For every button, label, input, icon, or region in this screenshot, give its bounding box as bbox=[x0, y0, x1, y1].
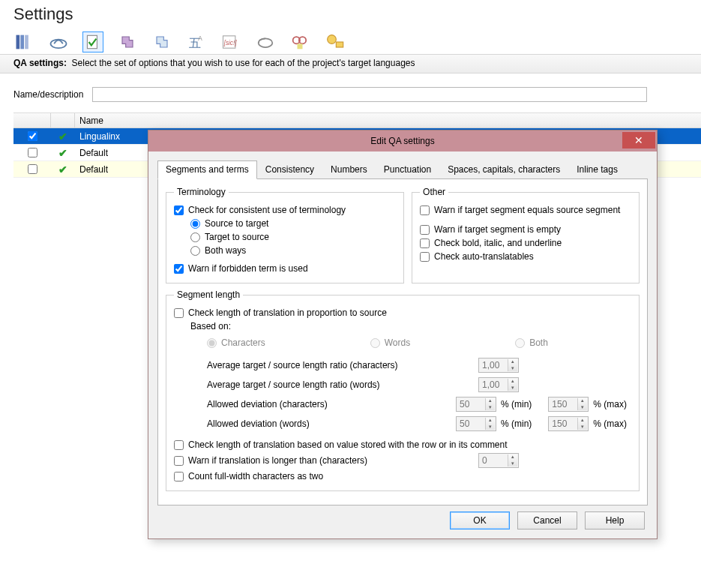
name-input[interactable] bbox=[92, 87, 647, 102]
svg-rect-12 bbox=[298, 44, 303, 49]
edit-qa-dialog: Edit QA settings ✕ Segments and termsCon… bbox=[148, 130, 658, 178]
svg-point-13 bbox=[328, 35, 337, 44]
grid-col-name[interactable]: Name bbox=[75, 113, 701, 128]
toolbar-plugin1-icon[interactable] bbox=[117, 32, 138, 52]
page-title: Settings bbox=[0, 0, 701, 27]
svg-rect-0 bbox=[16, 35, 20, 50]
checkmark-icon: ✔ bbox=[58, 164, 67, 176]
svg-rect-2 bbox=[25, 35, 28, 50]
dialog-title: Edit QA settings bbox=[148, 136, 657, 146]
tab-inline-tags[interactable]: Inline tags bbox=[568, 160, 626, 178]
toolbar-plugin2-icon[interactable] bbox=[151, 32, 172, 52]
checkmark-icon: ✔ bbox=[58, 130, 67, 142]
close-icon[interactable]: ✕ bbox=[622, 132, 655, 148]
tab-numbers[interactable]: Numbers bbox=[322, 160, 376, 178]
toolbar-nontrans-icon[interactable] bbox=[324, 32, 345, 52]
row-checkbox[interactable] bbox=[28, 131, 37, 141]
qa-label: QA settings: bbox=[13, 58, 67, 68]
toolbar-qa-icon[interactable] bbox=[82, 32, 103, 52]
tab-punctuation[interactable]: Punctuation bbox=[376, 160, 439, 178]
row-checkbox[interactable] bbox=[28, 148, 37, 158]
row-checkbox[interactable] bbox=[28, 164, 37, 174]
toolbar-regex-icon[interactable] bbox=[289, 32, 310, 52]
tab-spaces-capitals-characters[interactable]: Spaces, capitals, characters bbox=[439, 160, 568, 178]
checkmark-icon: ✔ bbox=[58, 147, 67, 159]
name-label: Name/description bbox=[13, 89, 83, 100]
tabstrip: Segments and termsConsistencyNumbersPunc… bbox=[157, 160, 648, 178]
tab-segments-and-terms[interactable]: Segments and terms bbox=[157, 160, 257, 178]
tab-consistency[interactable]: Consistency bbox=[257, 160, 322, 178]
toolbar-tm-icon[interactable] bbox=[13, 32, 34, 52]
qa-description-bar: QA settings: Select the set of options t… bbox=[0, 54, 701, 74]
svg-rect-4 bbox=[87, 35, 97, 48]
svg-rect-1 bbox=[20, 35, 24, 50]
toolbar-autotrans-icon[interactable] bbox=[255, 32, 276, 52]
dialog-titlebar[interactable]: Edit QA settings ✕ bbox=[148, 130, 657, 152]
toolbar-sic-icon[interactable]: [sic!] bbox=[220, 32, 241, 52]
svg-text:A: A bbox=[198, 35, 202, 42]
toolbar: 五A [sic!] bbox=[0, 27, 701, 54]
svg-rect-14 bbox=[336, 42, 343, 47]
toolbar-pretrans-icon[interactable] bbox=[48, 32, 69, 52]
toolbar-font-icon[interactable]: 五A bbox=[186, 32, 207, 52]
svg-text:[sic!]: [sic!] bbox=[223, 40, 238, 46]
qa-desc: Select the set of options that you wish … bbox=[72, 58, 415, 68]
